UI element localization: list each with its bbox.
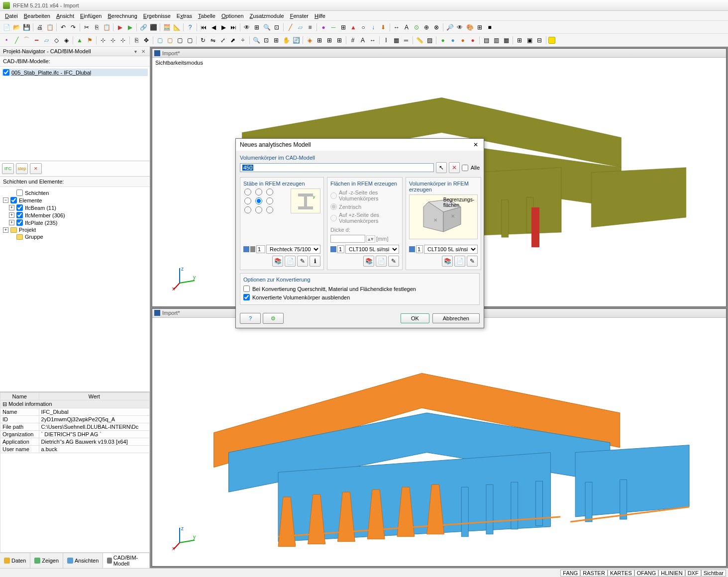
surf-edit-button[interactable]: ✎ (388, 256, 399, 267)
volume-input[interactable]: 450 (240, 163, 434, 172)
tb2-f1-icon[interactable]: ▤ (482, 36, 491, 45)
expander-icon[interactable]: + (9, 205, 14, 210)
menu-ergebnisse[interactable]: Ergebnisse (140, 12, 174, 20)
ifcplate-checkbox[interactable] (16, 219, 23, 226)
tb-visibility-icon[interactable]: 👁 (455, 23, 464, 32)
tb-dim-icon[interactable]: ↔ (392, 23, 401, 32)
tb-member-icon[interactable]: ╱ (286, 23, 295, 32)
tb-view2-icon[interactable]: ⊞ (252, 23, 261, 32)
tab-cadbim[interactable]: CAD/BIM-Modell (103, 553, 150, 568)
tb2-box2-icon[interactable]: ▢ (165, 36, 174, 45)
tb-snap2-icon[interactable]: ⊕ (422, 23, 431, 32)
tb2-move-icon[interactable]: ✥ (142, 36, 151, 45)
ifcmember-checkbox[interactable] (16, 212, 23, 218)
tb-copy-icon[interactable]: ⎘ (92, 23, 101, 32)
navigator-close-icon[interactable]: ✕ (140, 48, 147, 55)
schichten-checkbox[interactable] (16, 190, 23, 196)
navigator-menu-icon[interactable]: ▾ (132, 48, 139, 55)
status-ofang[interactable]: OFANG (634, 570, 659, 577)
tb-cut-icon[interactable]: ✂ (82, 23, 91, 32)
section-edit-button[interactable]: ✎ (297, 256, 308, 267)
tb2-axis3-icon[interactable]: ⊹ (118, 36, 127, 45)
ok-button[interactable]: OK (401, 313, 429, 323)
model-item[interactable]: 005_Stab_Platte.ifc - IFC_Dlubal (2, 69, 148, 76)
viewport-bottom[interactable]: Import* (152, 308, 727, 567)
tb-clipboard-icon[interactable]: 📋 (45, 23, 54, 32)
tb-support-icon[interactable]: ▲ (349, 23, 358, 32)
tb-nav-last-icon[interactable]: ⏭ (229, 23, 238, 32)
tb2-yellow-icon[interactable] (548, 37, 555, 44)
status-fang[interactable]: FANG (560, 570, 580, 577)
solid-material-select[interactable]: CLT100 5L si/nsi (424, 245, 478, 254)
prop-group[interactable]: ⊟ Model information (0, 400, 150, 408)
status-raster[interactable]: RASTER (580, 570, 608, 577)
tb2-solid-icon[interactable]: ◈ (62, 36, 71, 45)
cancel-button[interactable]: Abbrechen (432, 313, 480, 323)
tb2-scale-icon[interactable]: ⤢ (218, 36, 227, 45)
tb2-c2-icon[interactable]: ● (448, 36, 457, 45)
pos-br[interactable] (265, 206, 274, 213)
tb-nav-next-icon[interactable]: ▶ (219, 23, 228, 32)
dialog-titlebar[interactable]: Neues analytisches Modell ✕ (236, 139, 484, 151)
tb2-sect-icon[interactable]: I (382, 36, 391, 45)
tb2-ruler-icon[interactable]: 📏 (415, 36, 424, 45)
ifcbeam-checkbox[interactable] (16, 204, 23, 211)
surface-material-select[interactable]: CLT100 5L si/nsi (345, 245, 399, 254)
pos-tc[interactable] (254, 189, 263, 195)
tree-ifcplate[interactable]: +IfcPlate (235) (2, 219, 148, 226)
ifc-import-button[interactable]: IFC (2, 163, 14, 174)
tb-snap3-icon[interactable]: ⊗ (432, 23, 441, 32)
tb2-support-icon[interactable]: ▲ (75, 36, 84, 45)
pos-mr[interactable] (265, 197, 274, 204)
menu-datei[interactable]: Datei (2, 12, 21, 20)
section-info-button[interactable]: ℹ (310, 256, 320, 267)
tb-new-icon[interactable]: 📄 (2, 23, 11, 32)
tb2-member-icon[interactable]: ━ (32, 36, 41, 45)
tb2-xz-icon[interactable]: ⊞ (325, 36, 334, 45)
tb-units-icon[interactable]: 📐 (172, 23, 181, 32)
status-kartes[interactable]: KARTES (608, 570, 634, 577)
tb2-line-icon[interactable]: ╱ (12, 36, 21, 45)
tb2-zoomwin-icon[interactable]: ⊡ (262, 36, 271, 45)
tb-open-icon[interactable]: 📂 (12, 23, 21, 32)
tab-ansichten[interactable]: Ansichten (63, 553, 103, 568)
menu-berechnung[interactable]: Berechnung (104, 12, 140, 20)
tree-gruppe[interactable]: Gruppe (2, 233, 148, 240)
tb-grid-icon[interactable]: ⊞ (339, 23, 348, 32)
section-select[interactable]: Rechteck 75/100 (266, 245, 320, 254)
tb-snap-icon[interactable]: ⊙ (412, 23, 421, 32)
pos-mc[interactable] (254, 197, 263, 204)
tb2-orbit-icon[interactable]: 🔄 (292, 36, 301, 45)
tb2-zoom-icon[interactable]: 🔍 (252, 36, 261, 45)
tb-view1-icon[interactable]: 👁 (242, 23, 251, 32)
model-checkbox[interactable] (3, 69, 9, 76)
tb2-yz-icon[interactable]: ⊞ (335, 36, 344, 45)
tb2-rot-icon[interactable]: ↻ (199, 36, 208, 45)
tree-schichten[interactable]: Schichten (2, 189, 148, 196)
section-number[interactable] (256, 245, 265, 253)
tb-help-icon[interactable]: ? (186, 23, 195, 32)
menu-fenster[interactable]: Fenster (287, 12, 312, 20)
tb-surface-icon[interactable]: ▱ (296, 23, 305, 32)
tree-ifcbeam[interactable]: +IfcBeam (11) (2, 204, 148, 211)
opt-hide-converted[interactable]: Konvertierte Volumenkörper ausblenden (243, 293, 476, 301)
tb2-zoomall-icon[interactable]: ⊞ (272, 36, 281, 45)
all-checkbox-label[interactable]: Alle (462, 164, 480, 172)
tb-load2-icon[interactable]: ⬇ (379, 23, 388, 32)
tb-calc2-icon[interactable]: 🧮 (162, 23, 171, 32)
tb2-axis2-icon[interactable]: ⊹ (108, 36, 117, 45)
tb2-arc-icon[interactable]: ⌒ (22, 36, 31, 45)
tb-line-icon[interactable]: ─ (329, 23, 338, 32)
tb2-c1-icon[interactable]: ● (438, 36, 447, 45)
tb2-dim-icon[interactable]: ↔ (368, 36, 377, 45)
delete-model-button[interactable]: ✕ (30, 163, 42, 174)
expander-icon[interactable]: − (3, 197, 8, 203)
clear-button[interactable]: ✕ (449, 162, 460, 173)
tb2-ext-icon[interactable]: ⬈ (228, 36, 237, 45)
tb-find-icon[interactable]: 🔎 (445, 23, 454, 32)
tb2-mirror-icon[interactable]: ⇋ (208, 36, 217, 45)
status-hlinien[interactable]: HLINIEN (658, 570, 685, 577)
tb2-thick-icon[interactable]: ═ (402, 36, 411, 45)
all-checkbox[interactable] (462, 165, 468, 171)
menu-einfuegen[interactable]: Einfügen (77, 12, 104, 20)
